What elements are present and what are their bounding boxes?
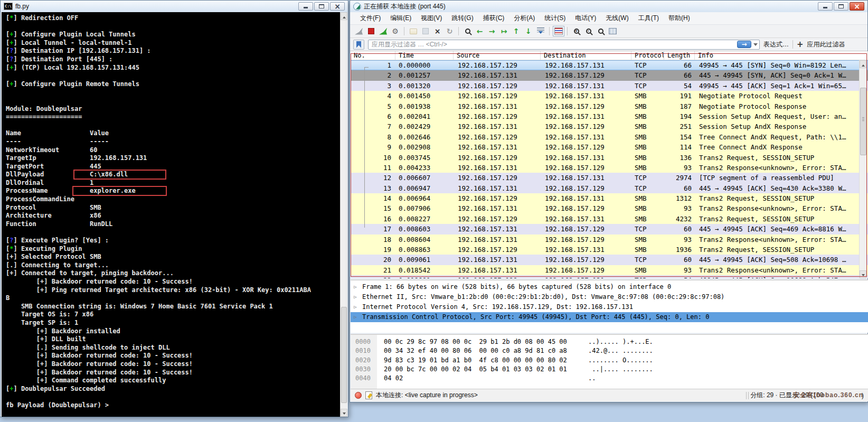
packet-row[interactable]: 90.002908192.168.157.131192.168.157.129S… (351, 142, 868, 152)
hex-row[interactable]: 000000 0c 29 8c 97 08 00 0c 29 b1 2b d0 … (351, 337, 868, 346)
packet-row[interactable]: 150.007906192.168.157.131192.168.157.129… (351, 203, 868, 213)
expander-icon[interactable]: ▷ (354, 292, 362, 302)
terminal-console[interactable]: [*] Redirection OFF [+] Configure Plugin… (2, 12, 341, 417)
hex-row[interactable]: 001000 34 32 ef 40 00 80 06 00 00 c0 a8 … (351, 346, 868, 355)
zoom-out-icon[interactable]: - (583, 26, 594, 36)
packet-row[interactable]: 200.009061192.168.157.131192.168.157.129… (351, 255, 868, 265)
column-header-protocol[interactable]: Protocol (631, 51, 664, 60)
menu-item[interactable]: 跳转(G) (447, 12, 478, 24)
close-capture-icon[interactable]: × (432, 26, 443, 36)
resize-columns-icon[interactable] (607, 26, 618, 36)
menu-item[interactable]: 捕获(C) (478, 12, 510, 24)
expander-icon[interactable]: ▷ (354, 282, 362, 292)
terminal-scrollbar[interactable] (340, 12, 347, 417)
packet-row[interactable]: 110.004233192.168.157.131192.168.157.129… (351, 163, 868, 173)
packet-row[interactable]: 80.002646192.168.157.129192.168.157.131S… (351, 132, 868, 142)
detail-row[interactable]: ▷Internet Protocol Version 4, Src: 192.1… (351, 302, 868, 312)
menu-item[interactable]: 帮助(H) (664, 12, 695, 24)
expander-icon[interactable]: ▷ (354, 302, 362, 312)
zoom-reset-icon[interactable] (595, 26, 606, 36)
packet-list-header[interactable]: No.TimeSourceDestinationProtocolLengthIn… (351, 51, 868, 60)
zoom-in-icon[interactable]: + (571, 26, 582, 36)
scroll-up-icon[interactable] (860, 60, 866, 68)
apply-this-filter-button[interactable]: 应用此过滤器 (807, 40, 845, 49)
packet-row[interactable]: 20.001257192.168.157.131192.168.157.129T… (351, 70, 868, 80)
menu-item[interactable]: 工具(T) (634, 12, 664, 24)
column-header-destination[interactable]: Destination (541, 51, 631, 60)
colorize-packets-icon[interactable] (553, 26, 564, 36)
column-header-time[interactable]: Time (395, 51, 454, 60)
scrollbar-thumb[interactable] (341, 307, 347, 403)
menu-item[interactable]: 电话(Y) (570, 12, 601, 24)
wireshark-titlebar[interactable]: 正在捕获 本地连接 (port 445) (350, 1, 867, 12)
packet-row[interactable]: 100.003745192.168.157.129192.168.157.131… (351, 153, 868, 163)
minimize-button[interactable] (298, 2, 313, 11)
auto-scroll-icon[interactable] (535, 26, 546, 36)
packet-row[interactable]: 190.008863192.168.157.129192.168.157.131… (351, 245, 868, 255)
add-filter-button[interactable]: + (797, 41, 804, 49)
packet-row[interactable]: 60.002041192.168.157.129192.168.157.131S… (351, 111, 868, 121)
go-last-packet-icon[interactable]: ↓ (523, 26, 534, 36)
save-file-icon[interactable] (420, 26, 431, 36)
close-button[interactable] (330, 2, 345, 11)
packet-row[interactable]: 140.006964192.168.157.129192.168.157.131… (351, 193, 868, 203)
filter-bookmark-icon[interactable] (353, 40, 364, 50)
packet-row[interactable]: 170.008603192.168.157.131192.168.157.129… (351, 224, 868, 234)
packet-row[interactable]: 130.006947192.168.157.131192.168.157.129… (351, 183, 868, 193)
packet-row[interactable]: 160.008227192.168.157.129192.168.157.131… (351, 214, 868, 224)
capture-options-fin-icon[interactable] (353, 26, 364, 36)
column-header-length[interactable]: Length (664, 51, 695, 60)
maximize-button[interactable] (314, 2, 329, 11)
hex-row[interactable]: 003020 00 bc 7c 00 00 02 04 05 b4 01 03 … (351, 365, 868, 374)
reload-icon[interactable]: ↻ (444, 26, 455, 36)
expression-button[interactable]: 表达式… (763, 40, 789, 49)
display-filter-input[interactable]: 应用显示过滤器 … <Ctrl-/> (368, 40, 760, 50)
packet-row[interactable]: 220.018981192.168.157.129192.168.157.131… (351, 275, 868, 278)
capture-status-icon[interactable] (355, 392, 362, 399)
scrollbar-thumb[interactable] (860, 88, 866, 155)
packet-row[interactable]: 40.001450192.168.157.129192.168.157.131S… (351, 91, 868, 101)
packet-row[interactable]: 10.000000192.168.157.129192.168.157.131T… (351, 60, 868, 70)
close-button[interactable] (850, 2, 864, 11)
column-header-source[interactable]: Source (454, 51, 541, 60)
go-first-packet-icon[interactable]: ↑ (511, 26, 522, 36)
stop-capture-icon[interactable] (365, 26, 376, 36)
expander-icon[interactable]: ▷ (354, 312, 362, 322)
menu-item[interactable]: 编辑(E) (385, 12, 416, 24)
packet-row[interactable]: 50.001938192.168.157.131192.168.157.129S… (351, 101, 868, 111)
terminal-titlebar[interactable]: fb.py (1, 1, 348, 12)
open-file-icon[interactable] (408, 26, 419, 36)
menu-item[interactable]: 文件(F) (355, 12, 385, 24)
scroll-down-icon[interactable] (860, 270, 866, 278)
hex-row[interactable]: 004004 02.. (351, 374, 868, 383)
go-forward-icon[interactable]: → (486, 26, 497, 36)
filter-history-caret-icon[interactable] (753, 43, 758, 48)
packet-row[interactable]: 210.018542192.168.157.131192.168.157.129… (351, 265, 868, 275)
find-packet-icon[interactable] (462, 26, 473, 36)
maximize-button[interactable] (834, 2, 848, 11)
packet-row[interactable]: 120.006607192.168.157.129192.168.157.131… (351, 173, 868, 183)
column-header-no[interactable]: No. (351, 51, 395, 60)
packet-row[interactable]: 30.001320192.168.157.129192.168.157.131T… (351, 81, 868, 91)
go-back-icon[interactable]: ← (474, 26, 485, 36)
detail-row[interactable]: ▷Frame 1: 66 bytes on wire (528 bits), 6… (351, 282, 868, 292)
packet-list-scrollbar[interactable] (859, 60, 867, 278)
packet-row[interactable]: 180.008604192.168.157.131192.168.157.129… (351, 235, 868, 245)
go-to-packet-icon[interactable]: ↦ (498, 26, 510, 36)
menu-item[interactable]: 分析(A) (509, 12, 540, 24)
apply-filter-arrow-icon[interactable] (737, 41, 751, 48)
detail-row[interactable]: ▷Transmission Control Protocol, Src Port… (351, 312, 868, 322)
detail-row[interactable]: ▷Ethernet II, Src: Vmware_b1:2b:d0 (00:0… (351, 292, 868, 302)
packet-row[interactable]: 70.002429192.168.157.131192.168.157.129S… (351, 121, 868, 132)
column-header-info[interactable]: Info (695, 51, 868, 60)
scroll-down-icon[interactable] (341, 409, 347, 417)
scroll-up-icon[interactable] (341, 12, 347, 20)
capture-settings-icon[interactable]: ⚙ (390, 26, 401, 36)
capture-comment-icon[interactable] (365, 391, 372, 399)
restart-capture-icon[interactable] (378, 26, 389, 36)
minimize-button[interactable] (818, 2, 833, 11)
menu-item[interactable]: 视图(V) (416, 12, 447, 24)
menu-item[interactable]: 统计(S) (540, 12, 570, 24)
hex-row[interactable]: 00209d 83 c3 19 01 bd a1 b0 4f c8 00 00 … (351, 356, 868, 365)
menu-item[interactable]: 无线(W) (601, 12, 633, 24)
